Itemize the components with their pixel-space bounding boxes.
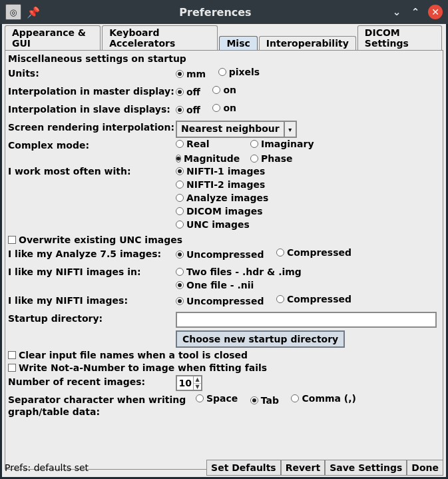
sep-space[interactable]: Space [196,393,238,404]
work-nifti1[interactable]: NIFTI-1 images [176,166,440,177]
minimize-button[interactable]: ⌄ [389,6,404,18]
nifti-one-file[interactable]: One file - .nii [176,280,440,290]
interp-master-on[interactable]: on [212,85,236,95]
complex-imaginary[interactable]: Imaginary [250,139,431,149]
close-button[interactable]: ✕ [428,5,443,19]
units-pixels[interactable]: pixels [218,67,260,77]
tab-misc[interactable]: Misc [219,36,257,50]
units-mm[interactable]: mm [176,69,206,79]
num-recent-spinner[interactable]: 10 ▲▼ [176,375,202,391]
chevron-down-icon: ▾ [284,122,296,137]
work-most-label: I work most often with: [8,165,176,178]
revert-button[interactable]: Revert [281,460,326,476]
clear-input-row: Clear input file names when a tool is cl… [8,350,440,360]
tab-appearance[interactable]: Appearance & GUI [5,25,101,50]
overwrite-unc-row: Overwrite existing UNC images [8,235,440,245]
overwrite-unc-check[interactable]: Overwrite existing UNC images [8,235,182,245]
screen-render-select[interactable]: Nearest neighbour ▾ [176,121,297,138]
tab-interop[interactable]: Interoperability [259,36,356,50]
work-dicom[interactable]: DICOM images [176,206,440,217]
write-nan-check[interactable]: Write Not-a-Number to image when fitting… [8,362,267,373]
analyze75-comp[interactable]: Compressed [276,247,351,258]
nifti-comp-label: I like my NIFTI images: [8,294,176,307]
units-group: mm pixels [176,67,440,79]
interp-slave-on[interactable]: on [212,103,236,113]
tab-keyboard[interactable]: Keyboard Accelerators [102,25,218,50]
analyze75-label: I like my Analyze 7.5 images: [8,247,176,260]
sep-tab[interactable]: Tab [250,395,279,406]
sep-char-label: Separator character when writing graph/t… [8,393,196,418]
num-recent-value: 10 [177,376,193,390]
nifti-two-files[interactable]: Two files - .hdr & .img [176,266,440,277]
complex-label: Complex mode: [8,139,176,152]
work-nifti2[interactable]: NIFTI-2 images [176,179,440,190]
num-recent-label: Number of recent images: [8,375,176,388]
units-label: Units: [8,67,176,80]
titlebar: ◎ 📌 Preferences ⌄ ⌃ ✕ [0,0,448,24]
section-title: Miscellaneous settings on startup [5,51,443,67]
window-content: Appearance & GUI Keyboard Accelerators M… [2,24,446,477]
clear-input-check[interactable]: Clear input file names when a tool is cl… [8,350,248,360]
analyze75-uncomp[interactable]: Uncompressed [176,249,264,260]
choose-dir-button[interactable]: Choose new startup directory [176,330,345,348]
startup-dir-label: Startup directory: [8,312,176,325]
set-defaults-button[interactable]: Set Defaults [206,460,281,476]
window-title: Preferences [45,6,385,19]
app-icon: ◎ [5,4,21,20]
interp-slave-label: Interpolation in slave displays: [8,103,176,116]
interp-slave-off[interactable]: off [176,105,200,115]
write-nan-row: Write Not-a-Number to image when fitting… [8,362,440,373]
work-unc[interactable]: UNC images [176,219,440,230]
interp-master-label: Interpolation in master display: [8,85,176,98]
status-text: Prefs: defaults set [5,462,206,473]
screen-render-value: Nearest neighbour [177,122,284,137]
complex-magnitude[interactable]: Magnitude [176,153,240,164]
complex-phase[interactable]: Phase [250,153,431,164]
misc-panel: Miscellaneous settings on startup Units:… [5,50,443,470]
work-analyze[interactable]: Analyze images [176,193,440,203]
footer: Prefs: defaults set Set Defaults Revert … [5,460,443,476]
chevron-up-icon[interactable]: ▲ [194,376,201,384]
nifti-compressed[interactable]: Compressed [276,294,351,304]
pin-icon[interactable]: 📌 [27,6,40,19]
screen-render-label: Screen rendering interpolation: [8,121,176,134]
startup-dir-input[interactable] [176,312,437,328]
maximize-button[interactable]: ⌃ [408,6,423,18]
tab-dicom[interactable]: DICOM Settings [357,25,442,50]
done-button[interactable]: Done [407,460,443,476]
interp-master-off[interactable]: off [176,87,200,97]
nifti-in-label: I like my NIFTI images in: [8,265,176,278]
complex-real[interactable]: Real [176,139,240,149]
save-settings-button[interactable]: Save Settings [325,460,407,476]
sep-comma[interactable]: Comma (,) [291,393,356,404]
tabs: Appearance & GUI Keyboard Accelerators M… [2,24,446,50]
nifti-uncomp[interactable]: Uncompressed [176,296,264,306]
chevron-down-icon[interactable]: ▼ [194,384,201,390]
